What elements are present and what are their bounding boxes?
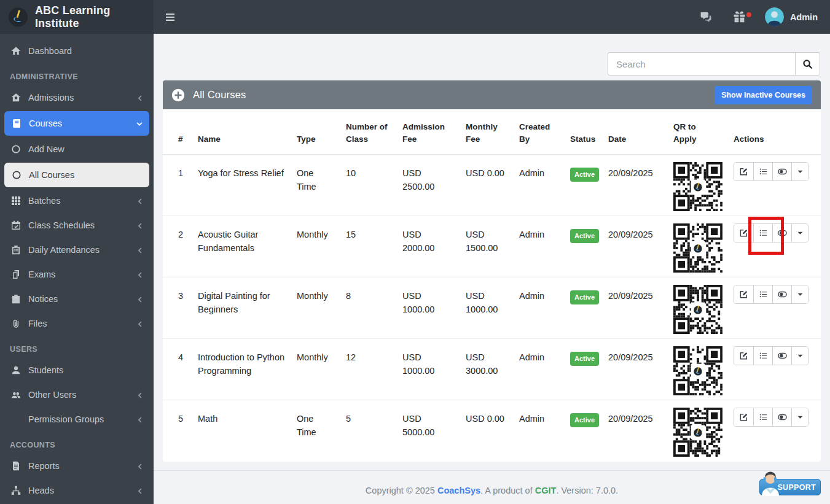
action-button-group <box>734 162 808 181</box>
course-name: Yoga for Stress Relief <box>198 155 297 180</box>
edit-button[interactable] <box>734 408 753 426</box>
toggle-button[interactable] <box>772 163 791 180</box>
sidebar-item-notices[interactable]: Notices <box>0 287 154 311</box>
toggle-button[interactable] <box>772 224 791 242</box>
sidebar-item-courses[interactable]: Courses <box>4 111 149 136</box>
status-badge: Active <box>570 168 599 182</box>
gift-icon[interactable] <box>722 0 756 34</box>
qr-code-image <box>673 223 722 273</box>
chevron-left-icon <box>136 416 144 423</box>
monthly-fee: USD 0.00 <box>466 400 519 425</box>
search-input[interactable] <box>608 52 795 76</box>
support-button[interactable]: SUPPORT <box>759 479 821 495</box>
number-of-class: 12 <box>346 339 402 364</box>
sidebar-item-label: Heads <box>28 486 54 495</box>
sidebar-item-label: Admissions <box>28 93 74 103</box>
monthly-fee: USD 0.00 <box>466 155 519 180</box>
sidebar-item-label: Dashboard <box>28 46 72 56</box>
sidebar-item-files[interactable]: Files <box>0 311 154 336</box>
sidebar-item-other-users[interactable]: Other Users <box>0 382 154 407</box>
menu-icon[interactable] <box>164 12 176 22</box>
sidebar-item-label: Other Users <box>28 390 76 400</box>
list-button[interactable] <box>753 285 772 303</box>
sidebar-item-class-schedules[interactable]: Class Schedules <box>0 213 154 238</box>
row-actions <box>734 339 812 365</box>
column-header-admission-fee: Admission Fee <box>402 121 466 155</box>
created-date: 20/09/2025 <box>608 155 673 180</box>
panel-title: All Courses <box>193 89 246 101</box>
sidebar-item-exams[interactable]: Exams <box>0 262 154 287</box>
main-content: All Courses Show Inactive Courses #NameT… <box>154 0 830 504</box>
list-button[interactable] <box>753 224 772 242</box>
top-navbar: ABC Learning Institute Admin <box>0 0 830 34</box>
sidebar-item-dashboard[interactable]: Dashboard <box>0 39 154 63</box>
list-button[interactable] <box>753 347 772 365</box>
action-button-group <box>734 408 808 427</box>
toggle-button[interactable] <box>772 408 791 426</box>
qr-to-apply <box>673 216 734 273</box>
dropdown-button[interactable] <box>791 347 808 365</box>
course-name: Introduction to Python Programming <box>198 339 297 378</box>
user-menu[interactable]: Admin <box>765 7 818 26</box>
edit-button[interactable] <box>734 347 753 365</box>
coachsys-link[interactable]: CoachSys <box>437 486 480 495</box>
dropdown-button[interactable] <box>791 224 808 242</box>
show-inactive-courses-button[interactable]: Show Inactive Courses <box>715 86 812 104</box>
dropdown-button[interactable] <box>791 163 808 180</box>
sidebar-item-students[interactable]: Students <box>0 358 154 382</box>
toggle-button[interactable] <box>772 285 791 303</box>
all-courses-panel: All Courses Show Inactive Courses #NameT… <box>163 80 821 462</box>
version-text: . Version: 7.0.0. <box>556 486 618 495</box>
cgit-link[interactable]: CGIT <box>535 486 557 495</box>
dropdown-button[interactable] <box>791 285 808 303</box>
support-agent-icon <box>759 470 781 496</box>
dropdown-button[interactable] <box>791 408 808 426</box>
app-logo-icon <box>8 7 28 28</box>
sidebar-item-batches[interactable]: Batches <box>0 188 154 213</box>
created-by: Admin <box>519 339 570 364</box>
search-button[interactable] <box>795 52 820 76</box>
table-header-row: #NameTypeNumber of ClassAdmission FeeMon… <box>163 109 821 155</box>
sidebar-item-all-courses[interactable]: All Courses <box>4 163 149 187</box>
edit-button[interactable] <box>734 163 753 180</box>
action-button-group <box>734 285 808 304</box>
row-actions <box>734 216 812 242</box>
row-actions <box>734 155 812 181</box>
edit-button[interactable] <box>734 224 753 242</box>
sidebar-item-add-new[interactable]: Add New <box>0 137 154 161</box>
list-button[interactable] <box>753 163 772 180</box>
footer: Copyright © 2025 CoachSys. A product of … <box>154 470 830 504</box>
chevron-left-icon <box>136 197 144 204</box>
book-icon <box>10 118 22 128</box>
admission-fee: USD 5000.00 <box>402 400 466 440</box>
chat-icon[interactable] <box>689 0 722 34</box>
sidebar-item-permission-groups[interactable]: Permission Groups <box>0 407 154 432</box>
chevron-left-icon <box>136 271 144 278</box>
brand-title: ABC Learning Institute <box>35 4 154 30</box>
created-by: Admin <box>519 400 570 425</box>
status-badge: Active <box>570 352 599 366</box>
sidebar-item-reports[interactable]: Reports <box>0 454 154 478</box>
sidebar-item-daily-attendances[interactable]: Daily Attendances <box>0 238 154 262</box>
chevron-left-icon <box>136 94 144 101</box>
column-header-created-by: Created By <box>519 121 570 155</box>
table-row: 5MathOne Time5USD 5000.00USD 0.00AdminAc… <box>163 400 821 462</box>
chevron-left-icon <box>136 246 144 254</box>
sidebar-item-label: Students <box>28 365 63 375</box>
number-of-class: 5 <box>346 400 402 425</box>
school-icon <box>10 93 22 103</box>
sidebar-item-heads[interactable]: Heads <box>0 478 154 503</box>
monthly-fee: USD 1500.00 <box>466 216 519 255</box>
column-header-status: Status <box>570 133 608 154</box>
plus-circle-icon[interactable] <box>171 88 185 102</box>
list-button[interactable] <box>753 408 772 426</box>
chevron-left-icon <box>136 487 144 494</box>
sidebar-item-label: Permission Groups <box>28 414 104 424</box>
sidebar-item-admissions[interactable]: Admissions <box>0 85 154 110</box>
status-badge: Active <box>570 216 608 243</box>
chevron-down-icon <box>136 120 143 127</box>
row-number: 1 <box>178 155 198 180</box>
edit-button[interactable] <box>734 285 753 303</box>
sidebar-item-label: Notices <box>28 294 58 304</box>
toggle-button[interactable] <box>772 347 791 365</box>
